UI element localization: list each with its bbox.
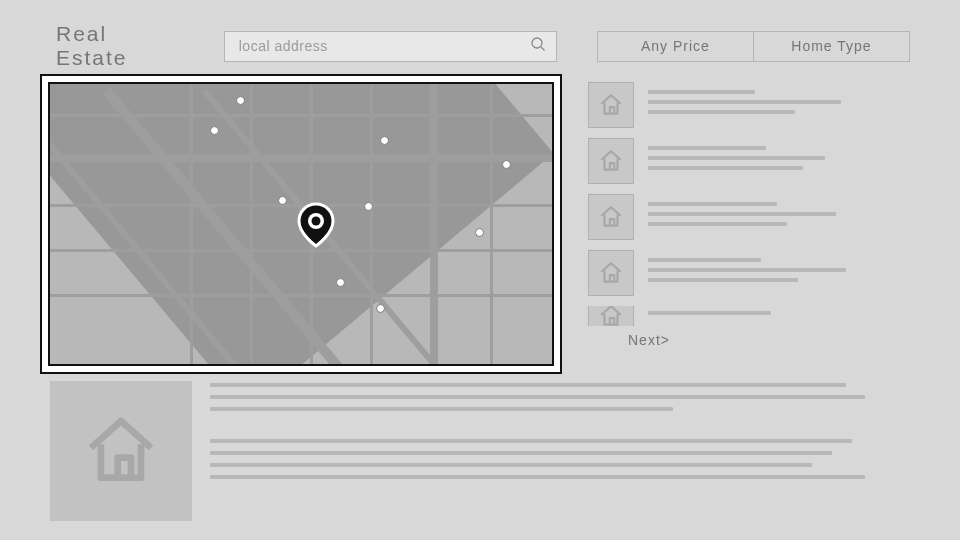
filter-group: Any Price Home Type (597, 31, 910, 62)
map-listing-dot[interactable] (210, 126, 219, 135)
house-icon (598, 204, 624, 230)
next-button[interactable]: Next> (628, 332, 670, 348)
house-icon (598, 306, 624, 326)
listing-text (648, 311, 916, 321)
app-title: Real Estate (56, 22, 184, 70)
listing-thumbnail (588, 82, 634, 128)
map-listing-dot[interactable] (380, 136, 389, 145)
listing-text (648, 146, 916, 176)
svg-point-0 (532, 38, 542, 48)
detail-panel (50, 381, 872, 521)
listing-thumbnail (588, 306, 634, 326)
search-box[interactable] (224, 31, 557, 62)
price-filter-button[interactable]: Any Price (598, 32, 753, 61)
map-listing-dot[interactable] (475, 228, 484, 237)
listings-panel: Next> (588, 82, 916, 348)
map-canvas[interactable] (48, 82, 554, 366)
detail-thumbnail[interactable] (50, 381, 192, 521)
house-icon (598, 148, 624, 174)
map-panel[interactable] (40, 74, 562, 374)
home-type-filter-button[interactable]: Home Type (753, 32, 909, 61)
house-icon (598, 260, 624, 286)
listing-item[interactable] (588, 194, 916, 240)
listing-item[interactable] (588, 138, 916, 184)
listing-item[interactable] (588, 306, 916, 326)
listing-item[interactable] (588, 250, 916, 296)
house-icon (81, 411, 161, 491)
listing-text (648, 202, 916, 232)
map-listing-dot[interactable] (364, 202, 373, 211)
svg-line-1 (541, 47, 545, 51)
listing-item[interactable] (588, 82, 916, 128)
listing-text (648, 90, 916, 120)
listing-thumbnail (588, 250, 634, 296)
map-listing-dot[interactable] (336, 278, 345, 287)
map-listing-dot[interactable] (236, 96, 245, 105)
listing-text (648, 258, 916, 288)
map-listing-dot[interactable] (502, 160, 511, 169)
search-input[interactable] (239, 38, 530, 54)
prev-button[interactable]: Next> (628, 332, 670, 348)
map-listing-dot[interactable] (376, 304, 385, 313)
listing-thumbnail (588, 138, 634, 184)
search-icon[interactable] (530, 36, 546, 56)
house-icon (598, 92, 624, 118)
map-pin-icon[interactable] (292, 200, 340, 248)
svg-point-3 (312, 217, 321, 226)
map-listing-dot[interactable] (278, 196, 287, 205)
listing-thumbnail (588, 194, 634, 240)
detail-description (210, 381, 872, 521)
